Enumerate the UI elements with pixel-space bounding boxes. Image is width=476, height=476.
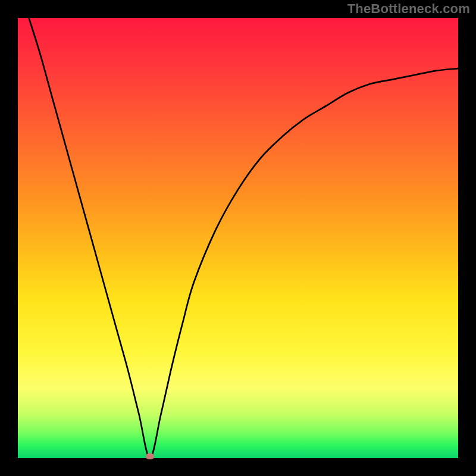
watermark-label: TheBottleneck.com <box>347 1 470 17</box>
chart-container: TheBottleneck.com <box>0 0 476 476</box>
bottleneck-curve <box>18 18 458 458</box>
minimum-marker <box>146 453 154 459</box>
plot-area <box>18 18 458 458</box>
